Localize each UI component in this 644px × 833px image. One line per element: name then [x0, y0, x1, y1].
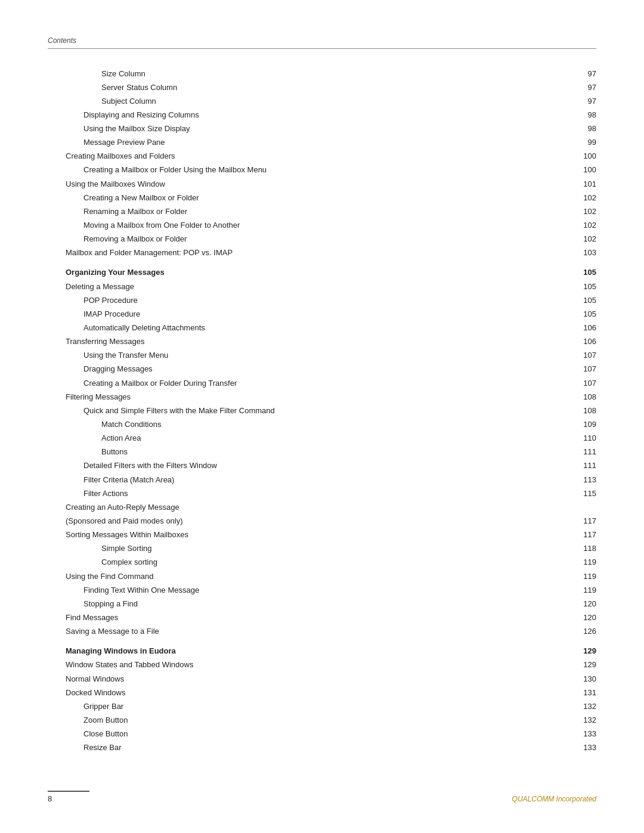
toc-row — [48, 639, 596, 645]
toc-entry-text: Mailbox and Folder Management: POP vs. I… — [48, 246, 546, 260]
toc-entry-number: 105 — [546, 293, 596, 307]
toc-entry-number: 119 — [546, 569, 596, 583]
toc-entry-number: 108 — [546, 404, 596, 417]
toc-entry-text: Displaying and Resizing Columns — [48, 108, 546, 122]
toc-entry-text: Zoom Button — [48, 713, 546, 727]
toc-gap — [48, 260, 596, 266]
toc-row: Buttons111 — [48, 445, 596, 459]
toc-row: Gripper Bar132 — [48, 699, 596, 713]
toc-entry-text: Detailed Filters with the Filters Window — [48, 459, 546, 473]
toc-row: POP Procedure105 — [48, 293, 596, 307]
toc-entry-number: 120 — [546, 597, 596, 611]
toc-entry-number: 100 — [546, 163, 596, 177]
toc-entry-number: 120 — [546, 611, 596, 624]
toc-entry-text: Dragging Messages — [48, 363, 546, 376]
toc-entry-text: Moving a Mailbox from One Folder to Anot… — [48, 219, 546, 233]
toc-entry-text: Creating a New Mailbox or Folder — [48, 191, 546, 205]
toc-row: Using the Mailboxes Window101 — [48, 177, 596, 191]
toc-row: Filter Criteria (Match Area)113 — [48, 473, 596, 487]
toc-entry-text: Filter Actions — [48, 487, 546, 500]
toc-entry-text: Close Button — [48, 727, 546, 741]
toc-entry-number: 100 — [546, 150, 596, 163]
toc-entry-number: 130 — [546, 672, 596, 686]
toc-entry-text: Size Column — [48, 67, 546, 80]
toc-entry-number: 97 — [546, 94, 596, 108]
toc-entry-number: 97 — [546, 67, 596, 80]
toc-entry-number: 102 — [546, 191, 596, 205]
toc-row: Using the Transfer Menu107 — [48, 349, 596, 363]
toc-entry-text: Complex sorting — [48, 556, 546, 569]
toc-row: Dragging Messages107 — [48, 363, 596, 376]
toc-entry-number: 106 — [546, 335, 596, 349]
toc-entry-text: Automatically Deleting Attachments — [48, 321, 546, 335]
toc-row: IMAP Procedure105 — [48, 307, 596, 321]
company-name: QUALCOMM Incorporated — [512, 795, 596, 803]
toc-row: Renaming a Mailbox or Folder102 — [48, 205, 596, 218]
toc-entry-text: (Sponsored and Paid modes only) — [48, 515, 546, 528]
toc-entry-text: Creating an Auto-Reply Message — [48, 500, 546, 514]
toc-entry-text: Action Area — [48, 432, 546, 445]
toc-entry-text: Using the Find Command — [48, 569, 546, 583]
toc-entry-text: Match Conditions — [48, 418, 546, 432]
toc-entry-number: 102 — [546, 219, 596, 233]
toc-entry-text: Simple Sorting — [48, 542, 546, 556]
toc-row: Creating a New Mailbox or Folder102 — [48, 191, 596, 205]
toc-row: Close Button133 — [48, 727, 596, 741]
toc-entry-text: Resize Bar — [48, 741, 546, 755]
toc-entry-number: 131 — [546, 686, 596, 699]
toc-row: Filter Actions115 — [48, 487, 596, 500]
page-number: 8 — [48, 794, 52, 803]
toc-row: Removing a Mailbox or Folder102 — [48, 233, 596, 246]
toc-entry-text: Using the Mailboxes Window — [48, 177, 546, 191]
footer-left: 8 — [48, 791, 89, 803]
toc-row: Resize Bar133 — [48, 741, 596, 755]
toc-entry-number: 133 — [546, 741, 596, 755]
toc-entry-text: IMAP Procedure — [48, 307, 546, 321]
toc-entry-number: 105 — [546, 280, 596, 293]
toc-row: Sorting Messages Within Mailboxes117 — [48, 528, 596, 542]
toc-entry-number: 119 — [546, 583, 596, 597]
toc-row: Size Column97 — [48, 67, 596, 80]
toc-entry-number: 117 — [546, 528, 596, 542]
toc-entry-number: 133 — [546, 727, 596, 741]
toc-entry-text: Using the Transfer Menu — [48, 349, 546, 363]
toc-entry-number: 97 — [546, 80, 596, 94]
toc-row: Simple Sorting118 — [48, 542, 596, 556]
toc-row: (Sponsored and Paid modes only)117 — [48, 515, 596, 528]
toc-entry-text: Saving a Message to a File — [48, 625, 546, 639]
toc-row: Window States and Tabbed Windows129 — [48, 658, 596, 672]
toc-entry-number: 106 — [546, 321, 596, 335]
toc-row: Displaying and Resizing Columns98 — [48, 108, 596, 122]
toc-row: Zoom Button132 — [48, 713, 596, 727]
toc-row: Find Messages120 — [48, 611, 596, 624]
toc-entry-text: Buttons — [48, 445, 546, 459]
toc-entry-text: Using the Mailbox Size Display — [48, 122, 546, 136]
toc-entry-text: Stopping a Find — [48, 597, 546, 611]
toc-row: Creating an Auto-Reply Message — [48, 500, 596, 514]
toc-entry-number: 132 — [546, 713, 596, 727]
toc-entry-text: Organizing Your Messages — [48, 266, 546, 280]
toc-entry-text: Removing a Mailbox or Folder — [48, 233, 546, 246]
toc-entry-number: 111 — [546, 459, 596, 473]
page-header: Contents — [48, 36, 596, 49]
toc-entry-number: 117 — [546, 515, 596, 528]
page-footer: 8 QUALCOMM Incorporated — [48, 791, 596, 803]
toc-entry-number: 101 — [546, 177, 596, 191]
toc-entry-number: 109 — [546, 418, 596, 432]
toc-entry-text: Managing Windows in Eudora — [48, 645, 546, 658]
page: Contents Size Column97Server Status Colu… — [0, 0, 644, 833]
toc-row: Using the Find Command119 — [48, 569, 596, 583]
toc-entry-text: Message Preview Pane — [48, 136, 546, 150]
toc-entry-text: Finding Text Within One Message — [48, 583, 546, 597]
toc-entry-text: Filtering Messages — [48, 390, 546, 404]
toc-table: Size Column97Server Status Column97Subje… — [48, 67, 596, 755]
toc-entry-number: 110 — [546, 432, 596, 445]
toc-entry-text: Docked Windows — [48, 686, 546, 699]
toc-row: Stopping a Find120 — [48, 597, 596, 611]
toc-row: Deleting a Message105 — [48, 280, 596, 293]
toc-row: Quick and Simple Filters with the Make F… — [48, 404, 596, 417]
toc-entry-number: 103 — [546, 246, 596, 260]
toc-entry-text: Sorting Messages Within Mailboxes — [48, 528, 546, 542]
toc-entry-number: 108 — [546, 390, 596, 404]
footer-line — [48, 791, 89, 792]
